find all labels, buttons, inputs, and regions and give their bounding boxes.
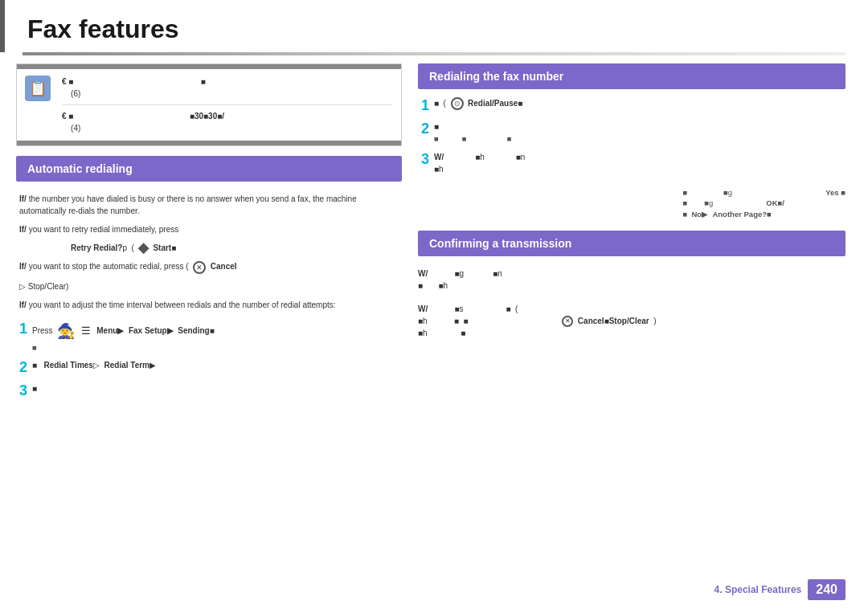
step-3-row: 3 ■ <box>16 382 402 399</box>
redial-step-2-number: 2 <box>421 121 429 137</box>
step-2-number: 2 <box>19 359 27 376</box>
info-line2: (6) <box>62 88 391 100</box>
info-icon-image <box>25 76 51 101</box>
step-1-number: 1 <box>19 321 27 337</box>
redial-step-2-content: ■ ■ ■ ■ <box>434 121 845 145</box>
confirming-section: Confirming a transmission W/ ■g ■n ■ ■h … <box>418 231 845 342</box>
confirming-body-1: W/ ■g ■n ■ ■h <box>418 264 845 295</box>
info-line1: € ■ ■ <box>62 76 391 88</box>
redialing-section: Redialing the fax number 1 ■ ( ⊙ Redial/… <box>418 63 845 219</box>
redial-adjust-line: If/ you want to adjust the time interval… <box>19 296 399 314</box>
menu-icon: ☰ <box>81 323 91 339</box>
info-box-content: € ■ ■ (6) € ■ <box>17 69 401 141</box>
info-line3: € ■ ■30■30■/ <box>62 110 391 122</box>
confirming-body-2: W/ ■s ■ ( ■h ■ ■ ✕ Cancel■Stop/Clear ) ■… <box>418 300 845 342</box>
right-column: Redialing the fax number 1 ■ ( ⊙ Redial/… <box>418 63 845 612</box>
wizard-icon: 🧙 <box>57 321 75 342</box>
redial-step-1: 1 ■ ( ⊙ Redial/Pause■ <box>418 97 845 114</box>
automatic-redialing-section: Automatic redialing If/ the number you h… <box>16 156 402 399</box>
redial-body-line2: If/ you want to retry redial immediately… <box>19 220 399 239</box>
step-3-content: ■ <box>32 382 402 394</box>
confirming-header: Confirming a transmission <box>418 231 845 256</box>
info-box: € ■ ■ (6) € ■ <box>16 63 402 146</box>
info-box-text: € ■ ■ (6) € ■ <box>62 76 391 134</box>
redial-step-3-content: W/ ■h ■n ■h ■ ■g Yes ■ ■ ■g <box>434 151 845 219</box>
step-3-number: 3 <box>19 382 27 399</box>
redialing-header: Redialing the fax number <box>418 63 845 89</box>
redial-step-3-number: 3 <box>421 151 429 168</box>
redial-step-2: 2 ■ ■ ■ ■ <box>418 121 845 145</box>
step-1-content: Press 🧙 ☰ Menu▶ Fax Setup▶ Sending■ ■ <box>32 321 402 353</box>
automatic-redialing-header: Automatic redialing <box>16 156 402 182</box>
redial-body-line1: If/ the number you have dialed is busy o… <box>19 190 399 220</box>
step-2-content: ■ Redial Times▷ Redial Term▶ <box>32 359 402 371</box>
redial-stop-clear: ▷ Stop/Clear) <box>19 277 399 296</box>
step-1-sub: ■ <box>32 342 402 353</box>
step-1-row: 1 Press 🧙 ☰ Menu▶ Fax Setup▶ Sending■ ■ <box>16 321 402 353</box>
info-line4: (4) <box>62 122 391 134</box>
page-title: Fax features <box>0 0 868 52</box>
redial-body: If/ the number you have dialed is busy o… <box>16 190 402 314</box>
redial-step-1-content: ■ ( ⊙ Redial/Pause■ <box>434 97 845 110</box>
redial-step-3: 3 W/ ■h ■n ■h ■ ■g Yes ■ <box>418 151 845 219</box>
info-icon <box>25 76 54 104</box>
footer-section-label: 4. Special Features <box>714 584 802 595</box>
info-separator <box>62 104 391 105</box>
main-content: € ■ ■ (6) € ■ <box>0 55 868 612</box>
footer-page-number: 240 <box>808 579 845 600</box>
redial-retry-line: Retry Redial?p ( Start■ <box>19 239 399 257</box>
left-column: € ■ ■ (6) € ■ <box>16 63 402 612</box>
footer: 4. Special Features 240 <box>714 579 845 600</box>
redial-step-1-number: 1 <box>421 97 429 114</box>
redial-stop-line: If/ you want to stop the automatic redia… <box>19 257 399 276</box>
info-box-bottom-bar <box>17 141 401 145</box>
step-2-row: 2 ■ Redial Times▷ Redial Term▶ <box>16 359 402 376</box>
